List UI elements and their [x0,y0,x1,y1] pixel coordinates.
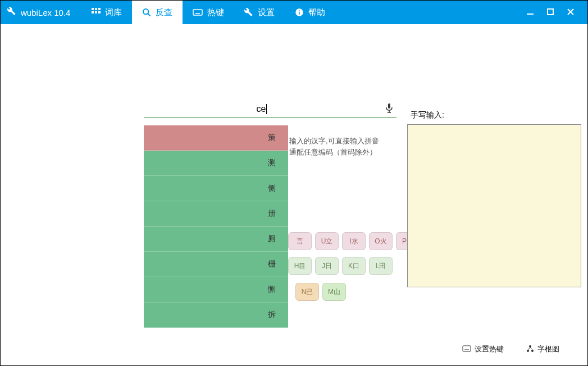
handwrite-pad[interactable] [407,124,581,287]
app-title: wubiLex 10.4 [21,8,70,17]
info-icon [295,8,304,17]
key[interactable]: L田 [369,257,393,275]
tab-shezhi[interactable]: 设置 [234,1,285,24]
svg-rect-1 [95,8,97,10]
svg-rect-3 [92,11,94,13]
svg-rect-2 [98,8,101,10]
svg-point-26 [529,345,531,347]
key[interactable]: U立 [315,232,339,250]
maximize-button[interactable] [547,7,554,17]
tab-label: 反查 [156,7,172,18]
search-input-wrap: ce [144,103,396,118]
key-row: 言 U立 I水 O火 P之 [288,232,420,250]
footer-zigen-link[interactable]: 字根图 [526,344,559,354]
key[interactable]: O火 [369,232,393,250]
key[interactable]: H目 [288,257,312,275]
search-hint: 输入的汉字,可直接输入拼音 通配任意编码（首码除外） [289,135,379,157]
close-button[interactable] [567,7,574,17]
tree-icon [526,345,534,354]
svg-line-30 [530,347,532,350]
titlebar: wubiLex 10.4 词库 反查 热键 设置 [1,1,587,24]
svg-rect-16 [299,10,300,11]
svg-rect-17 [527,13,534,15]
search-icon [142,8,151,17]
svg-rect-24 [463,346,471,351]
key[interactable]: K口 [342,257,366,275]
suggestion-item[interactable]: 厕 [144,227,288,252]
microphone-icon[interactable] [385,103,393,115]
footer-hotkey-link[interactable]: 设置热键 [462,344,504,354]
grid-icon [92,8,101,17]
svg-line-29 [528,347,530,350]
suggestion-item[interactable]: 策 [144,125,288,151]
tab-label: 帮助 [308,7,325,18]
suggestion-item[interactable]: 侧 [144,176,288,201]
search-area: ce [144,103,396,118]
handwrite-label: 手写输入: [411,110,444,120]
wrench-icon [7,7,16,18]
tab-bar: 词库 反查 热键 设置 帮助 [81,1,335,24]
suggestion-dropdown: 策 测 侧 册 厕 栅 恻 拆 [144,125,288,328]
svg-rect-18 [548,9,553,15]
suggestion-item[interactable]: 测 [144,151,288,176]
window-controls [527,7,587,17]
key-row: H目 J日 K口 L田 [288,257,393,275]
svg-rect-21 [388,103,390,109]
svg-point-28 [531,350,534,352]
svg-rect-5 [98,11,101,13]
key[interactable]: N已 [295,283,319,301]
tab-bangzhu[interactable]: 帮助 [285,1,335,24]
minimize-button[interactable] [527,7,534,17]
svg-rect-0 [92,8,94,10]
suggestion-item[interactable]: 册 [144,201,288,227]
svg-point-6 [143,9,148,14]
key[interactable]: I水 [342,232,366,250]
svg-rect-4 [95,11,97,13]
wrench-icon [244,8,253,17]
tab-rejian[interactable]: 热键 [183,1,234,24]
tab-fancha[interactable]: 反查 [132,1,183,24]
svg-rect-15 [299,12,300,15]
svg-point-27 [527,350,529,352]
tab-label: 热键 [207,7,224,18]
search-input[interactable]: ce [144,104,380,115]
text-cursor [266,104,267,114]
key-row: N已 M山 [295,283,346,301]
keyboard-icon [193,8,203,16]
suggestion-item[interactable]: 拆 [144,302,288,328]
keyboard-icon [462,345,471,354]
svg-rect-8 [193,10,202,15]
key[interactable]: J日 [315,257,339,275]
tab-label: 词库 [105,7,122,18]
tab-ciku[interactable]: 词库 [81,1,132,24]
key[interactable]: 言 [288,232,312,250]
suggestion-item[interactable]: 栅 [144,252,288,277]
suggestion-item[interactable]: 恻 [144,277,288,302]
svg-line-7 [148,13,151,16]
tab-label: 设置 [258,7,275,18]
footer: 设置热键 字根图 [462,344,559,354]
key[interactable]: M山 [322,283,346,301]
